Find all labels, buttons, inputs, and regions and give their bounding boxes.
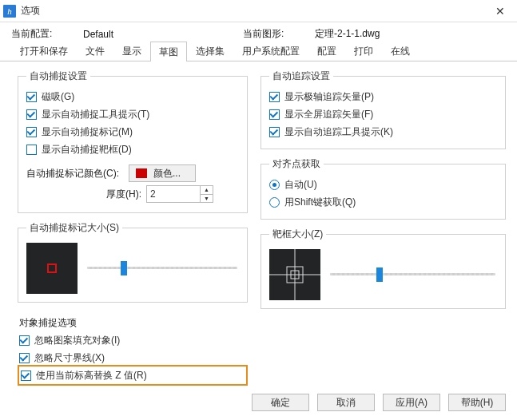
tab-open-save[interactable]: 打开和保存 bbox=[11, 41, 77, 61]
tab-profiles[interactable]: 配置 bbox=[308, 41, 345, 61]
autosnap-color-button-text: 颜色... bbox=[153, 167, 181, 180]
alignment-shift-label: 用Shift键获取(Q) bbox=[284, 196, 356, 209]
autosnap-magnet-label: 磁吸(G) bbox=[42, 90, 74, 104]
cancel-button[interactable]: 取消 bbox=[317, 394, 375, 411]
close-icon[interactable]: ✕ bbox=[488, 2, 512, 20]
aperture-size-group: 靶框大小(Z) bbox=[260, 228, 506, 309]
alignment-legend: 对齐点获取 bbox=[269, 157, 324, 171]
autosnap-tooltip-checkbox[interactable] bbox=[26, 109, 37, 120]
marker-preview bbox=[26, 243, 78, 294]
autosnap-magnet-checkbox[interactable] bbox=[26, 92, 37, 102]
current-profile-value: Default bbox=[83, 29, 113, 40]
ignore-ext-lines-checkbox[interactable] bbox=[19, 353, 30, 363]
ignore-hatch-checkbox[interactable] bbox=[19, 335, 30, 346]
ignore-ext-lines-label: 忽略尺寸界线(X) bbox=[34, 351, 105, 365]
autotrack-tooltip-checkbox[interactable] bbox=[269, 127, 280, 137]
marker-red-square-icon bbox=[47, 263, 57, 273]
autosnap-color-label: 自动捕捉标记颜色(C): bbox=[26, 167, 124, 180]
app-icon: h bbox=[3, 5, 16, 18]
chevron-up-icon[interactable]: ▲ bbox=[201, 186, 213, 194]
alignment-shift-radio[interactable] bbox=[269, 197, 280, 208]
current-profile-label: 当前配置: bbox=[11, 27, 83, 41]
replace-z-checkbox[interactable] bbox=[21, 370, 31, 381]
marker-size-slider[interactable] bbox=[86, 260, 239, 276]
tab-drafting[interactable]: 草图 bbox=[150, 42, 187, 61]
tab-plot[interactable]: 打印 bbox=[345, 41, 382, 61]
autotrack-legend: 自动追踪设置 bbox=[269, 69, 333, 83]
marker-size-legend: 自动捕捉标记大小(S) bbox=[26, 221, 122, 235]
alignment-auto-radio[interactable] bbox=[269, 180, 280, 190]
window-title: 选项 bbox=[21, 4, 40, 18]
tab-files[interactable]: 文件 bbox=[77, 41, 113, 61]
alignment-auto-label: 自动(U) bbox=[284, 178, 317, 192]
replace-z-label: 使用当前标高替换 Z 值(R) bbox=[36, 369, 147, 382]
fullscreen-vector-label: 显示全屏追踪矢量(F) bbox=[284, 108, 373, 121]
marker-size-group: 自动捕捉标记大小(S) bbox=[18, 221, 248, 303]
autosnap-marker-checkbox[interactable] bbox=[26, 127, 37, 137]
tab-display[interactable]: 显示 bbox=[113, 41, 150, 61]
tabs: 打开和保存 文件 显示 草图 选择集 用户系统配置 配置 打印 在线 bbox=[0, 42, 517, 61]
autosnap-marker-label: 显示自动捕捉标记(M) bbox=[42, 125, 133, 139]
polar-vector-checkbox[interactable] bbox=[269, 92, 280, 102]
tab-selection[interactable]: 选择集 bbox=[187, 41, 233, 61]
object-snap-options: 对象捕捉选项 忽略图案填充对象(I) 忽略尺寸界线(X) 使用当前标高替换 Z … bbox=[18, 311, 248, 386]
object-snap-title: 对象捕捉选项 bbox=[19, 314, 246, 331]
current-drawing-value: 定理-2-1-1.dwg bbox=[315, 27, 380, 41]
color-swatch-icon bbox=[136, 168, 147, 178]
thickness-label: 厚度(H): bbox=[93, 188, 141, 201]
ok-button[interactable]: 确定 bbox=[252, 394, 309, 411]
help-button[interactable]: 帮助(H) bbox=[448, 394, 506, 411]
current-drawing-label: 当前图形: bbox=[243, 27, 315, 41]
dialog-footer: 确定 取消 应用(A) 帮助(H) bbox=[0, 387, 517, 419]
aperture-size-slider[interactable] bbox=[328, 267, 497, 283]
autosnap-color-button[interactable]: 颜色... bbox=[129, 164, 196, 182]
title-bar: h 选项 ✕ bbox=[0, 0, 517, 22]
autosnap-group: 自动捕捉设置 磁吸(G) 显示自动捕捉工具提示(T) 显示自动捕捉标记(M) 显… bbox=[18, 69, 248, 213]
fullscreen-vector-checkbox[interactable] bbox=[269, 109, 280, 120]
autosnap-legend: 自动捕捉设置 bbox=[26, 69, 90, 83]
autosnap-tooltip-label: 显示自动捕捉工具提示(T) bbox=[42, 108, 149, 121]
crosshair-icon bbox=[269, 249, 320, 300]
autosnap-aperture-label: 显示自动捕捉靶框(D) bbox=[42, 143, 132, 157]
autotrack-tooltip-label: 显示自动追踪工具提示(K) bbox=[284, 125, 393, 139]
chevron-down-icon[interactable]: ▼ bbox=[201, 194, 213, 203]
alignment-group: 对齐点获取 自动(U) 用Shift键获取(Q) bbox=[260, 157, 506, 220]
thickness-value: 2 bbox=[147, 186, 200, 202]
apply-button[interactable]: 应用(A) bbox=[383, 394, 440, 411]
aperture-preview bbox=[269, 249, 320, 300]
autosnap-aperture-checkbox[interactable] bbox=[26, 145, 37, 155]
tab-online[interactable]: 在线 bbox=[382, 41, 419, 61]
polar-vector-label: 显示极轴追踪矢量(P) bbox=[284, 90, 374, 104]
ignore-hatch-label: 忽略图案填充对象(I) bbox=[34, 334, 120, 347]
tab-user-prefs[interactable]: 用户系统配置 bbox=[233, 41, 308, 61]
thickness-stepper[interactable]: 2 ▲ ▼ bbox=[146, 185, 213, 203]
autotrack-group: 自动追踪设置 显示极轴追踪矢量(P) 显示全屏追踪矢量(F) 显示自动追踪工具提… bbox=[260, 69, 506, 149]
aperture-size-legend: 靶框大小(Z) bbox=[269, 228, 326, 241]
header-row: 当前配置: Default 当前图形: 定理-2-1-1.dwg bbox=[0, 22, 517, 42]
